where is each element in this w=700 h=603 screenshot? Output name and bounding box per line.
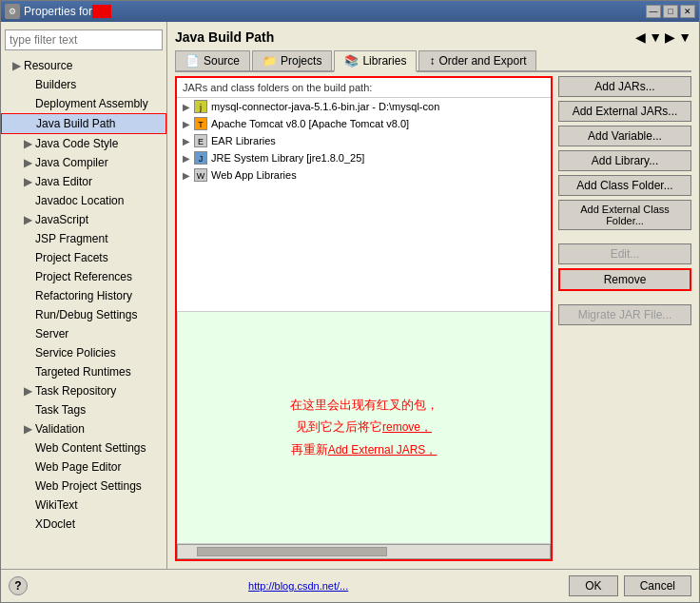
list-item[interactable]: ▶ E EAR Libraries bbox=[177, 132, 551, 149]
tree-item-validation[interactable]: ▶ Validation bbox=[1, 419, 166, 438]
minimize-button[interactable]: — bbox=[646, 5, 661, 18]
arrow-icon: ▶ bbox=[24, 154, 35, 171]
remove-arrow-icon: ← bbox=[690, 271, 691, 288]
order-tab-label: Order and Export bbox=[438, 54, 526, 68]
tree-item-java-code-style[interactable]: ▶ Java Code Style bbox=[1, 134, 166, 153]
build-path-panel: JARs and class folders on the build path… bbox=[175, 76, 553, 561]
tab-libraries[interactable]: 📚 Libraries bbox=[334, 50, 417, 72]
order-tab-icon: ↕ bbox=[429, 54, 435, 68]
edit-button[interactable]: Edit... bbox=[558, 243, 691, 264]
nav-dropdown-icon[interactable]: ▼ bbox=[649, 29, 662, 45]
arrow-icon: ▶ bbox=[24, 173, 35, 190]
maximize-button[interactable]: □ bbox=[663, 5, 678, 18]
arrow-spacer bbox=[25, 115, 36, 132]
project-name bbox=[92, 5, 111, 18]
tree-item-deployment-assembly[interactable]: Deployment Assembly bbox=[1, 94, 166, 113]
tree-item-builders[interactable]: Builders bbox=[1, 75, 166, 94]
cancel-button[interactable]: Cancel bbox=[624, 575, 691, 596]
expand-icon: ▶ bbox=[183, 153, 190, 164]
list-item[interactable]: ▶ J JRE System Library [jre1.8.0_25] bbox=[177, 149, 551, 166]
close-button[interactable]: ✕ bbox=[680, 5, 695, 18]
tree-label: WikiText bbox=[35, 496, 78, 514]
tree-item-java-compiler[interactable]: ▶ Java Compiler bbox=[1, 153, 166, 172]
list-item-label: mysql-connector-java-5.1.6-bin.jar - D:\… bbox=[211, 101, 439, 112]
arrow-spacer bbox=[24, 458, 35, 476]
tomcat-icon: T bbox=[194, 117, 207, 130]
arrow-spacer bbox=[24, 439, 35, 457]
list-item-label: Apache Tomcat v8.0 [Apache Tomcat v8.0] bbox=[211, 118, 409, 129]
tree-item-xdoclet[interactable]: XDoclet bbox=[1, 515, 166, 534]
main-content: JARs and class folders on the build path… bbox=[175, 76, 691, 561]
add-jars-button[interactable]: Add JARs... bbox=[558, 76, 691, 97]
tree-label: Java Editor bbox=[35, 173, 92, 190]
bottom-right: OK Cancel bbox=[569, 575, 691, 596]
tab-order-export[interactable]: ↕ Order and Export bbox=[418, 50, 536, 70]
add-external-class-folder-button[interactable]: Add External Class Folder... bbox=[558, 200, 691, 230]
tree-label: Resource bbox=[24, 57, 72, 74]
tree-item-web-content-settings[interactable]: Web Content Settings bbox=[1, 438, 166, 457]
list-item-label: EAR Libraries bbox=[211, 135, 276, 146]
tree-item-wikitext[interactable]: WikiText bbox=[1, 496, 166, 515]
tab-source[interactable]: 📄 Source bbox=[175, 50, 250, 70]
title-bar: ⚙ Properties for — □ ✕ bbox=[1, 1, 699, 22]
tab-bar: 📄 Source 📁 Projects 📚 Libraries ↕ Order … bbox=[175, 50, 691, 72]
add-external-jars-button[interactable]: Add External JARs... bbox=[558, 101, 691, 122]
tree-item-server[interactable]: Server bbox=[1, 324, 166, 343]
tree-item-refactoring-history[interactable]: Refactoring History bbox=[1, 286, 166, 305]
window-title: Properties for bbox=[24, 5, 111, 18]
filter-input[interactable] bbox=[5, 29, 163, 50]
ok-button[interactable]: OK bbox=[569, 575, 617, 596]
webapp-icon: W bbox=[194, 168, 207, 182]
help-button[interactable]: ? bbox=[9, 576, 28, 595]
scrollbar-thumb[interactable] bbox=[197, 547, 387, 556]
remove-button[interactable]: Remove ← bbox=[558, 268, 691, 291]
tree-item-javadoc[interactable]: Javadoc Location bbox=[1, 191, 166, 210]
tree-label: Builders bbox=[35, 76, 76, 93]
tree-item-targeted-runtimes[interactable]: Targeted Runtimes bbox=[1, 362, 166, 381]
tree-item-javascript[interactable]: ▶ JavaScript bbox=[1, 210, 166, 229]
tree-label: Validation bbox=[35, 420, 85, 438]
app-icon: ⚙ bbox=[5, 4, 20, 19]
buttons-panel: Add JARs... Add External JARs... Add Var… bbox=[558, 76, 691, 561]
add-library-button[interactable]: Add Library... bbox=[558, 150, 691, 171]
tree-item-web-project-settings[interactable]: Web Project Settings bbox=[1, 477, 166, 496]
tab-projects[interactable]: 📁 Projects bbox=[252, 50, 332, 70]
tree-item-resource[interactable]: ▶ Resource bbox=[1, 56, 166, 75]
arrow-spacer bbox=[24, 249, 35, 266]
add-class-folder-button[interactable]: Add Class Folder... bbox=[558, 175, 691, 196]
nav-back-icon[interactable]: ◀ bbox=[635, 29, 646, 45]
jar-icon: j bbox=[194, 100, 207, 113]
libraries-tab-label: Libraries bbox=[362, 54, 406, 68]
tree-item-java-editor[interactable]: ▶ Java Editor bbox=[1, 172, 166, 191]
tree-item-project-references[interactable]: Project References bbox=[1, 267, 166, 286]
arrow-spacer bbox=[24, 515, 35, 533]
list-item[interactable]: ▶ j mysql-connector-java-5.1.6-bin.jar -… bbox=[177, 98, 551, 115]
add-variable-button[interactable]: Add Variable... bbox=[558, 126, 691, 146]
tree-item-jsp-fragment[interactable]: JSP Fragment bbox=[1, 229, 166, 248]
arrow-icon: ▶ bbox=[24, 211, 35, 228]
nav-forward-icon[interactable]: ▶ bbox=[665, 29, 675, 45]
list-item-label: Web App Libraries bbox=[211, 169, 297, 181]
list-item[interactable]: ▶ W Web App Libraries bbox=[177, 166, 551, 184]
tree-item-web-page-editor[interactable]: Web Page Editor bbox=[1, 457, 166, 477]
list-item[interactable]: ▶ T Apache Tomcat v8.0 [Apache Tomcat v8… bbox=[177, 115, 551, 132]
nav-dropdown2-icon[interactable]: ▼ bbox=[678, 29, 691, 45]
tree-label: Task Repository bbox=[35, 382, 116, 399]
tree-item-task-tags[interactable]: Task Tags bbox=[1, 400, 166, 419]
tree-item-project-facets[interactable]: Project Facets bbox=[1, 248, 166, 267]
ear-icon: E bbox=[194, 134, 207, 147]
tree-item-java-build-path[interactable]: Java Build Path bbox=[1, 113, 166, 134]
annotation-area: 在这里会出现有红叉的包， 见到它之后将它remove， 再重新Add Exter… bbox=[177, 311, 551, 545]
migrate-jar-button[interactable]: Migrate JAR File... bbox=[558, 304, 691, 325]
tree-label: Project References bbox=[35, 268, 132, 285]
content-area: ▶ Resource Builders Deployment Assembly … bbox=[1, 22, 699, 569]
expand-icon: ▶ bbox=[183, 136, 190, 146]
tree-label: Refactoring History bbox=[35, 287, 132, 304]
projects-tab-label: Projects bbox=[281, 54, 321, 68]
tree-scroll: ▶ Resource Builders Deployment Assembly … bbox=[1, 56, 166, 565]
tree-item-service-policies[interactable]: Service Policies bbox=[1, 343, 166, 362]
tree-label: Java Code Style bbox=[35, 135, 118, 152]
tree-item-run-debug[interactable]: Run/Debug Settings bbox=[1, 305, 166, 324]
horizontal-scrollbar[interactable] bbox=[177, 544, 551, 559]
tree-item-task-repository[interactable]: ▶ Task Repository bbox=[1, 381, 166, 400]
